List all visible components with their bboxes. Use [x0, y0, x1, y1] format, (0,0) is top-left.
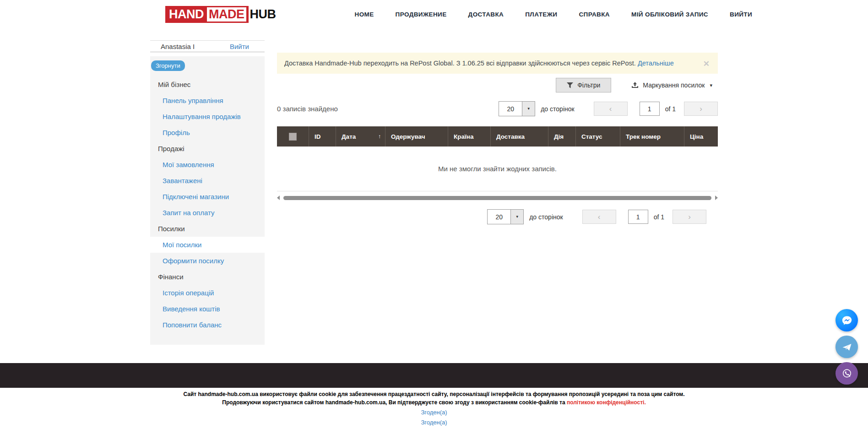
sidebar: Anastasia I Вийти Згорнути Мій бізнес Па…: [150, 28, 265, 345]
chevron-left-icon: ‹: [598, 212, 601, 222]
user-name: Anastasia I: [161, 43, 195, 50]
sidebar-menu: Мій бізнес Панель управління Налаштуванн…: [150, 76, 265, 333]
section-finances: Фінанси: [150, 269, 265, 285]
select-all-checkbox[interactable]: [289, 133, 297, 141]
chevron-down-icon: ▾: [710, 82, 712, 88]
cookie-line1: Сайт handmade-hub.com.ua використовує фа…: [0, 391, 868, 399]
sidebar-panel: Згорнути Мій бізнес Панель управління На…: [150, 56, 265, 345]
logo-hand: HAND: [169, 7, 204, 22]
social-widgets: [835, 309, 858, 385]
filters-button-label: Фільтри: [577, 81, 600, 89]
nav-my-account[interactable]: МІЙ ОБЛІКОВИЙ ЗАПИС: [631, 11, 708, 18]
sidebar-item-dashboard[interactable]: Панель управління: [150, 92, 265, 109]
parcel-marking-dropdown[interactable]: Маркування посилок ▾: [631, 81, 712, 89]
nav-home[interactable]: HOME: [355, 11, 374, 18]
next-page-button[interactable]: ›: [684, 102, 718, 116]
prev-page-button-bottom[interactable]: ‹: [582, 210, 616, 224]
cookie-line2: Продовжуючи користуватися сайтом handmad…: [0, 399, 868, 407]
page-size-select[interactable]: 20 ▼: [499, 101, 535, 116]
chevron-left-icon: ‹: [609, 104, 612, 114]
agree-link-1[interactable]: Згоден(а): [0, 408, 868, 417]
logo-red-box: HANDMADE: [165, 6, 249, 23]
sidebar-item-my-parcels[interactable]: Мої посилки: [150, 237, 265, 253]
sidebar-item-sales-settings[interactable]: Налаштування продажів: [150, 109, 265, 125]
page-number-input[interactable]: [640, 102, 660, 116]
scrollbar-thumb[interactable]: [283, 196, 711, 200]
nav-shipping[interactable]: ДОСТАВКА: [468, 11, 504, 18]
page-size-value: 20: [499, 102, 522, 116]
header-cell-action[interactable]: Дія: [548, 126, 576, 147]
site-header: HANDMADE HUB HOME ПРОДВИЖЕНИЕ ДОСТАВКА П…: [0, 0, 868, 28]
logo-hub: HUB: [249, 6, 276, 23]
cookie-notice: Сайт handmade-hub.com.ua використовує фа…: [0, 391, 868, 426]
cookie-line2-text: Продовжуючи користуватися сайтом handmad…: [222, 399, 567, 406]
filters-button[interactable]: Фільтри: [556, 78, 611, 92]
sidebar-item-payment-request[interactable]: Запит на оплату: [150, 205, 265, 221]
sidebar-item-top-up-balance[interactable]: Поповнити баланс: [150, 317, 265, 333]
scroll-left-icon[interactable]: [277, 195, 280, 200]
sidebar-item-withdraw-funds[interactable]: Виведення коштів: [150, 301, 265, 317]
header-cell-track-number[interactable]: Трек номер: [620, 126, 684, 147]
upload-icon: [631, 82, 639, 89]
select-caret-icon: ▼: [522, 102, 535, 116]
viber-icon[interactable]: [835, 362, 858, 385]
header-cell-date[interactable]: Дата↑: [336, 126, 385, 147]
header-cell-status[interactable]: Статус: [576, 126, 620, 147]
sidebar-logout-link[interactable]: Вийти: [230, 43, 249, 50]
notice-text: Доставка Handmade-Hub переходить на RePo…: [284, 60, 638, 67]
chevron-right-icon: ›: [688, 212, 691, 222]
main-content: Доставка Handmade-Hub переходить на RePo…: [277, 28, 718, 224]
logo-made: MADE: [207, 7, 246, 22]
handmadehub-logo[interactable]: HANDMADE HUB: [165, 6, 276, 23]
chevron-right-icon: ›: [700, 104, 702, 114]
empty-results-message: Ми не змогли знайти жодних записів.: [438, 165, 557, 173]
header-cell-country[interactable]: Країна: [448, 126, 491, 147]
main-nav: HOME ПРОДВИЖЕНИЕ ДОСТАВКА ПЛАТЕЖИ СПРАВК…: [355, 11, 753, 18]
sidebar-item-create-parcel[interactable]: Оформити посилку: [150, 253, 265, 269]
records-count: 0 записів знайдено: [277, 105, 338, 113]
page-size-value-bottom: 20: [488, 210, 510, 224]
header-cell-checkbox: [277, 126, 309, 147]
scroll-right-icon[interactable]: [715, 195, 718, 200]
parcel-marking-label: Маркування посилок: [643, 81, 705, 89]
sidebar-item-connected-shops[interactable]: Підключені магазини: [150, 189, 265, 205]
of-total-label: of 1: [665, 105, 676, 113]
header-cell-price[interactable]: Ціна: [684, 126, 718, 147]
per-page-label: до сторінок: [541, 105, 574, 113]
sidebar-item-profile[interactable]: Профіль: [150, 125, 265, 141]
header-cell-id[interactable]: ID: [309, 126, 336, 147]
page-number-input-bottom[interactable]: [628, 210, 648, 224]
sidebar-item-transaction-history[interactable]: Історія операцій: [150, 285, 265, 301]
pagination-top: 20 ▼ до сторінок ‹ of 1 ›: [499, 101, 718, 116]
select-caret-icon-bottom: ▼: [510, 210, 523, 224]
messenger-icon[interactable]: [835, 309, 858, 331]
filter-funnel-icon: [567, 82, 573, 88]
nav-help[interactable]: СПРАВКА: [579, 11, 610, 18]
close-icon[interactable]: ✕: [703, 59, 710, 69]
toolbar: Фільтри Маркування посилок ▾: [277, 78, 718, 92]
prev-page-button[interactable]: ‹: [594, 102, 628, 116]
header-cell-shipping[interactable]: Доставка: [491, 126, 548, 147]
telegram-icon[interactable]: [835, 336, 858, 358]
collapse-button[interactable]: Згорнути: [151, 60, 185, 71]
header-cell-recipient[interactable]: Одержувач: [385, 126, 448, 147]
date-column-label: Дата: [342, 133, 356, 140]
user-row: Anastasia I Вийти: [150, 40, 265, 52]
agree-link-2[interactable]: Згоден(а): [0, 418, 868, 427]
sidebar-item-my-orders[interactable]: Мої замовлення: [150, 157, 265, 173]
section-sales: Продажі: [150, 141, 265, 157]
section-my-business: Мій бізнес: [150, 76, 265, 92]
table-body-empty: Ми не змогли знайти жодних записів.: [277, 147, 718, 191]
nav-payments[interactable]: ПЛАТЕЖИ: [525, 11, 557, 18]
sidebar-item-uploaded[interactable]: Завантажені: [150, 173, 265, 189]
nav-promotion[interactable]: ПРОДВИЖЕНИЕ: [396, 11, 447, 18]
of-total-label-bottom: of 1: [654, 213, 664, 221]
privacy-policy-link[interactable]: політикою конфіденційності.: [567, 399, 646, 406]
notice-details-link[interactable]: Детальніше: [638, 60, 674, 67]
next-page-button-bottom[interactable]: ›: [673, 210, 706, 224]
page-size-select-bottom[interactable]: 20 ▼: [487, 209, 524, 224]
nav-logout[interactable]: ВИЙТИ: [730, 11, 752, 18]
footer-dark-bar: [0, 363, 868, 388]
table-header: ID Дата↑ Одержувач Країна Доставка Дія С…: [277, 126, 718, 147]
results-row: 0 записів знайдено 20 ▼ до сторінок ‹ of…: [277, 101, 718, 116]
